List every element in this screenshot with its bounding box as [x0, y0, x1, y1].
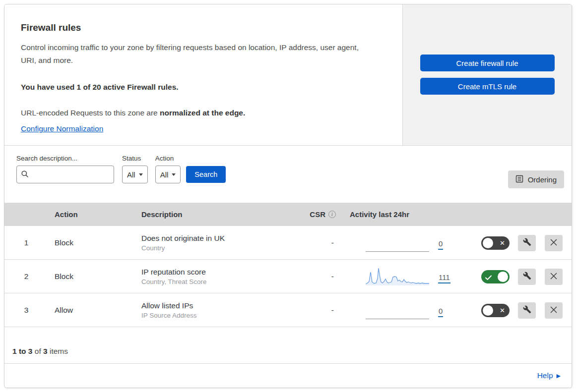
status-dropdown[interactable]: All [122, 166, 148, 183]
csr-header-label: CSR [310, 210, 325, 219]
items-range: 1 to 3 [12, 347, 32, 355]
info-icon[interactable]: i [328, 211, 336, 218]
rule-controls [465, 269, 572, 285]
toggle-knob [498, 272, 508, 282]
header-section: Firewall rules Control incoming traffic … [4, 4, 572, 146]
delete-rule-button[interactable] [545, 269, 563, 285]
chevron-down-icon [139, 173, 143, 176]
action-dropdown[interactable]: All [155, 166, 181, 183]
rule-action: Block [48, 272, 135, 281]
rule-enabled-toggle[interactable]: ✕ [481, 304, 510, 317]
ordering-label: Ordering [528, 175, 557, 184]
col-activity: Activity last 24hr [341, 210, 465, 219]
table-header: Action Description CSR i Activity last 2… [4, 203, 572, 226]
activity-count-link[interactable]: 0 [438, 307, 443, 317]
rule-description-cell: Does not originate in UK Country [135, 233, 299, 253]
rule-csr: - [299, 238, 341, 247]
rule-csr: - [299, 272, 341, 281]
activity-sparkline-flat [366, 233, 429, 252]
rule-fields: Country, Threat Score [141, 277, 299, 286]
pagination-summary: 1 to 3 of 3 items [4, 327, 572, 364]
activity-sparkline [366, 267, 429, 285]
help-link[interactable]: Help ▶ [537, 371, 561, 380]
close-icon [550, 306, 558, 315]
help-bar: Help ▶ [4, 364, 572, 388]
search-icon [21, 170, 28, 179]
create-firewall-rule-button[interactable]: Create firewall rule [420, 55, 555, 71]
activity-cell: 111 [341, 260, 465, 293]
toggle-knob [483, 238, 493, 248]
activity-sparkline-flat [366, 300, 429, 319]
page-description: Control incoming traffic to your zone by… [21, 41, 368, 67]
activity-count-link[interactable]: 0 [438, 239, 443, 250]
actions-panel: Create firewall rule Create mTLS rule [403, 4, 572, 145]
search-label: Search description... [16, 155, 114, 162]
edit-rule-button[interactable] [518, 302, 536, 319]
rule-description-cell: IP reputation score Country, Threat Scor… [135, 267, 299, 286]
rule-csr: - [299, 306, 341, 315]
normalization-prefix: URL-encoded Requests to this zone are [21, 109, 160, 117]
toggle-check-icon [485, 274, 492, 282]
firewall-rules-card: Firewall rules Control incoming traffic … [4, 4, 572, 388]
rule-priority: 2 [4, 272, 48, 281]
rule-enabled-toggle[interactable] [481, 270, 510, 283]
normalization-bold: normalized at the edge. [160, 109, 245, 117]
normalization-text: URL-encoded Requests to this zone are no… [21, 109, 383, 117]
intro-panel: Firewall rules Control incoming traffic … [4, 4, 403, 145]
close-icon [550, 272, 558, 281]
toggle-x-icon: ✕ [500, 306, 505, 315]
rule-controls: ✕ [465, 235, 572, 251]
table-row: 3 Allow Allow listed IPs IP Source Addre… [4, 293, 572, 327]
configure-normalization-link[interactable]: Configure Normalization [21, 124, 103, 133]
action-value: All [160, 170, 169, 179]
search-box [16, 166, 114, 183]
activity-cell: 0 [341, 226, 465, 260]
rule-action: Block [48, 238, 135, 247]
rule-description: IP reputation score [141, 267, 299, 277]
rule-description: Allow listed IPs [141, 300, 299, 311]
usage-statement: You have used 1 of 20 active Firewall ru… [21, 83, 383, 92]
ordering-list-icon [515, 175, 523, 184]
create-mtls-rule-button[interactable]: Create mTLS rule [420, 78, 555, 95]
help-label: Help [537, 371, 553, 380]
chevron-down-icon [172, 173, 176, 176]
edit-rule-button[interactable] [518, 235, 536, 251]
rule-description-cell: Allow listed IPs IP Source Address [135, 300, 299, 320]
ordering-button[interactable]: Ordering [508, 170, 564, 188]
rule-fields: IP Source Address [141, 311, 299, 320]
wrench-icon [523, 272, 531, 281]
arrow-right-icon: ▶ [557, 373, 561, 379]
wrench-icon [523, 305, 531, 315]
filter-bar: Search description... Status All Action [4, 146, 572, 203]
rule-enabled-toggle[interactable]: ✕ [481, 236, 510, 250]
rule-controls: ✕ [465, 302, 572, 319]
activity-count-link[interactable]: 111 [438, 273, 450, 283]
items-text: items [48, 347, 68, 355]
rule-priority: 1 [4, 238, 48, 247]
rule-description: Does not originate in UK [141, 233, 299, 243]
items-total: 3 [43, 347, 48, 355]
close-icon [550, 238, 558, 248]
search-button[interactable]: Search [186, 166, 226, 183]
toggle-x-icon: ✕ [500, 239, 505, 247]
table-row: 2 Block IP reputation score Country, Thr… [4, 260, 572, 293]
of-text: of [32, 347, 43, 355]
action-label: Action [155, 155, 181, 162]
toggle-knob [483, 305, 493, 316]
rule-priority: 3 [4, 306, 48, 315]
delete-rule-button[interactable] [545, 235, 563, 251]
table-row: 1 Block Does not originate in UK Country… [4, 226, 572, 260]
page-title: Firewall rules [21, 22, 383, 33]
col-action: Action [48, 210, 135, 219]
edit-rule-button[interactable] [518, 269, 536, 285]
rule-action: Allow [48, 306, 135, 315]
delete-rule-button[interactable] [545, 302, 563, 319]
rule-fields: Country [141, 243, 299, 253]
status-value: All [127, 170, 135, 179]
col-csr: CSR i [299, 210, 341, 219]
search-input[interactable] [16, 166, 114, 183]
wrench-icon [523, 238, 531, 248]
status-label: Status [122, 155, 148, 162]
activity-cell: 0 [341, 293, 465, 327]
col-description: Description [135, 210, 299, 219]
